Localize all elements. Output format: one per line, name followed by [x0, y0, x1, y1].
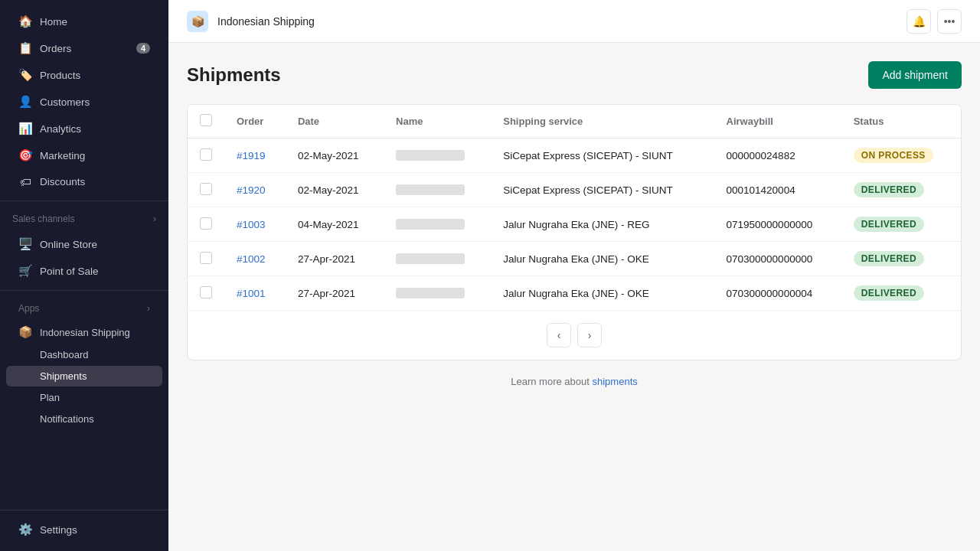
order-link[interactable]: #1920	[237, 184, 266, 196]
row-checkbox-cell	[188, 242, 224, 276]
main-content: 📦 Indonesian Shipping 🔔 ••• Shipments Ad…	[168, 0, 980, 551]
status-badge: DELIVERED	[854, 251, 924, 266]
sidebar-item-label: Discounts	[40, 176, 85, 187]
blurred-name	[396, 253, 465, 264]
analytics-icon: 📊	[18, 122, 32, 135]
pagination: ‹ ›	[188, 310, 961, 360]
topbar-app-icon: 📦	[187, 11, 208, 32]
row-status: DELIVERED	[841, 276, 961, 311]
col-status: Status	[841, 105, 961, 139]
status-badge: DELIVERED	[854, 182, 924, 197]
chevron-right-icon: ›	[588, 329, 592, 341]
row-order: #1001	[224, 276, 286, 311]
topbar-actions: 🔔 •••	[906, 9, 962, 34]
order-link[interactable]: #1003	[237, 219, 266, 230]
sidebar: 🏠 Home 📋 Orders 4 🏷️ Products 👤 Customer…	[0, 0, 168, 551]
settings-icon: ⚙️	[18, 523, 32, 536]
bell-icon: 🔔	[913, 15, 926, 28]
page-header: Shipments Add shipment	[187, 61, 962, 89]
sidebar-subitem-notifications[interactable]: Notifications	[6, 409, 162, 429]
sidebar-divider-2	[0, 290, 168, 291]
col-date: Date	[286, 105, 384, 139]
sidebar-item-marketing[interactable]: 🎯 Marketing	[6, 142, 162, 168]
row-checkbox[interactable]	[200, 252, 212, 264]
sidebar-item-label: Settings	[40, 524, 77, 536]
prev-page-button[interactable]: ‹	[547, 323, 571, 347]
notification-button[interactable]: 🔔	[906, 9, 931, 34]
row-checkbox[interactable]	[200, 183, 212, 195]
row-date: 04-May-2021	[286, 207, 384, 242]
sidebar-subitem-shipments[interactable]: Shipments	[6, 366, 162, 386]
row-checkbox[interactable]	[200, 217, 212, 230]
order-link[interactable]: #1001	[237, 288, 266, 299]
col-order: Order	[224, 105, 286, 139]
row-name	[384, 139, 491, 173]
sidebar-item-label: Analytics	[40, 123, 81, 135]
shipments-table-card: Order Date Name Shipping service Airwayb…	[187, 104, 962, 360]
row-status: DELIVERED	[841, 207, 961, 242]
sidebar-subitem-plan[interactable]: Plan	[6, 387, 162, 408]
row-order: #1002	[224, 242, 286, 276]
discounts-icon: 🏷	[18, 175, 32, 188]
more-options-button[interactable]: •••	[937, 9, 962, 34]
select-all-checkbox[interactable]	[200, 114, 212, 126]
sidebar-subitem-label: Plan	[40, 392, 60, 403]
marketing-icon: 🎯	[18, 148, 32, 162]
row-name	[384, 242, 491, 276]
row-name	[384, 207, 491, 242]
order-link[interactable]: #1919	[237, 150, 266, 161]
table-header-row: Order Date Name Shipping service Airwayb…	[188, 105, 961, 139]
sidebar-item-discounts[interactable]: 🏷 Discounts	[6, 169, 162, 194]
page-title: Shipments	[187, 64, 281, 86]
apps-header[interactable]: Apps ›	[6, 297, 162, 320]
sidebar-item-indonesian-shipping[interactable]: 📦 Indonesian Shipping	[6, 321, 162, 344]
sidebar-item-home[interactable]: 🏠 Home	[6, 8, 162, 34]
row-checkbox-cell	[188, 276, 224, 311]
sidebar-item-label: Products	[40, 70, 80, 81]
chevron-left-icon: ‹	[557, 329, 561, 341]
row-checkbox-cell	[188, 207, 224, 242]
sidebar-item-online-store[interactable]: 🖥️ Online Store	[6, 231, 162, 257]
online-store-icon: 🖥️	[18, 237, 32, 251]
point-of-sale-icon: 🛒	[18, 264, 32, 278]
sidebar-item-products[interactable]: 🏷️ Products	[6, 62, 162, 88]
row-airwaybill: 000101420004	[714, 173, 841, 207]
row-order: #1003	[224, 207, 286, 242]
row-shipping-service: Jalur Nugraha Eka (JNE) - OKE	[491, 276, 714, 311]
row-status: DELIVERED	[841, 242, 961, 276]
row-status: ON PROCESS	[841, 139, 961, 173]
sidebar-item-orders[interactable]: 📋 Orders 4	[6, 35, 162, 61]
sidebar-subitem-label: Shipments	[40, 370, 87, 382]
sidebar-item-label: Point of Sale	[40, 266, 99, 277]
table-row: #1920 02-May-2021 SiCepat Express (SICEP…	[188, 173, 961, 207]
orders-badge: 4	[136, 43, 150, 54]
row-checkbox[interactable]	[200, 286, 212, 298]
status-badge: DELIVERED	[854, 285, 924, 301]
learn-more-link[interactable]: shipments	[593, 376, 638, 387]
sidebar-item-label: Home	[40, 16, 67, 28]
add-shipment-button[interactable]: Add shipment	[868, 61, 962, 89]
row-checkbox[interactable]	[200, 148, 212, 161]
table-row: #1001 27-Apr-2021 Jalur Nugraha Eka (JNE…	[188, 276, 961, 311]
sidebar-item-analytics[interactable]: 📊 Analytics	[6, 116, 162, 142]
sidebar-item-label: Indonesian Shipping	[40, 327, 130, 338]
row-shipping-service: Jalur Nugraha Eka (JNE) - REG	[491, 207, 714, 242]
shipments-table: Order Date Name Shipping service Airwayb…	[188, 105, 961, 310]
blurred-name	[396, 219, 465, 230]
sidebar-item-settings[interactable]: ⚙️ Settings	[6, 517, 162, 543]
status-badge: DELIVERED	[854, 217, 924, 232]
sidebar-subitem-dashboard[interactable]: Dashboard	[6, 344, 162, 365]
sidebar-item-point-of-sale[interactable]: 🛒 Point of Sale	[6, 258, 162, 284]
topbar-title: Indonesian Shipping	[217, 15, 315, 28]
select-all-header	[188, 105, 224, 139]
ellipsis-icon: •••	[944, 15, 956, 28]
row-airwaybill: 070300000000004	[714, 276, 841, 311]
next-page-button[interactable]: ›	[577, 323, 602, 347]
order-link[interactable]: #1002	[237, 253, 266, 265]
learn-more-text: Learn more about shipments	[187, 376, 962, 387]
sales-channels-header[interactable]: Sales channels ›	[0, 207, 168, 230]
row-status: DELIVERED	[841, 173, 961, 207]
sidebar-item-customers[interactable]: 👤 Customers	[6, 89, 162, 115]
customers-icon: 👤	[18, 95, 32, 109]
row-airwaybill: 071950000000000	[714, 207, 841, 242]
